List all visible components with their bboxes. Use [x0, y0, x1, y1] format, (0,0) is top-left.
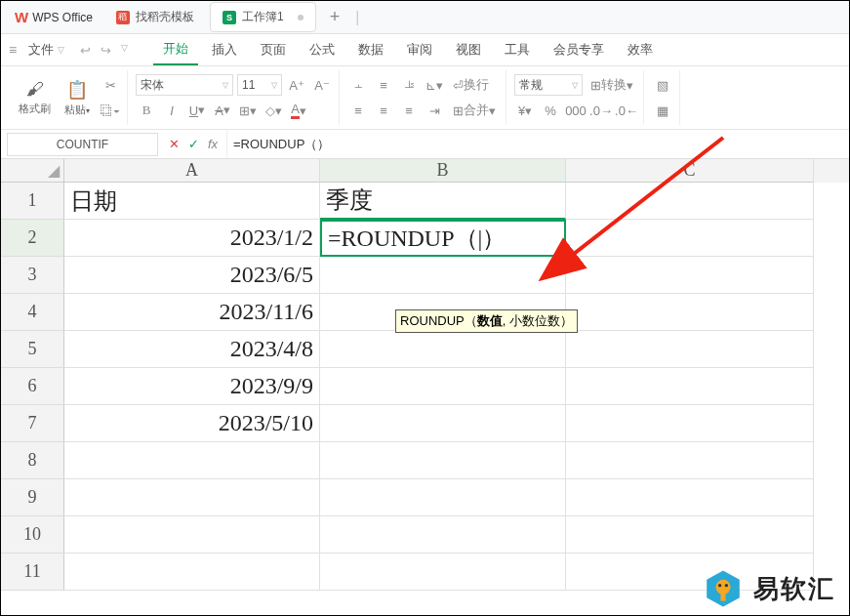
orientation-icon[interactable]: ⊾▾	[424, 74, 445, 96]
row-header-10[interactable]: 10	[1, 516, 64, 554]
cell-B5[interactable]	[320, 331, 566, 368]
format-brush-button[interactable]: 🖌 格式刷	[15, 77, 55, 118]
row-header-3[interactable]: 3	[1, 257, 64, 294]
row-header-8[interactable]: 8	[1, 442, 64, 479]
styles-icon-2[interactable]: ▦	[652, 100, 673, 121]
cancel-icon[interactable]: ✕	[164, 137, 183, 151]
cell-B11[interactable]	[320, 554, 566, 591]
align-center-icon[interactable]: ≡	[373, 100, 394, 121]
cell-C1[interactable]	[566, 183, 814, 220]
decrease-decimal-icon[interactable]: .0←	[616, 100, 637, 121]
underline-button[interactable]: U▾	[186, 100, 208, 121]
indent-icon[interactable]: ⇥	[424, 100, 445, 121]
row-header-11[interactable]: 11	[1, 554, 64, 591]
menu-tools[interactable]: 工具	[495, 35, 540, 64]
cell-C10[interactable]	[566, 516, 814, 554]
cut-icon[interactable]: ✂	[100, 74, 121, 96]
column-header-C[interactable]: C	[566, 159, 814, 183]
align-middle-icon[interactable]: ≡	[373, 74, 394, 96]
cell-C4[interactable]	[566, 294, 814, 331]
row-header-5[interactable]: 5	[1, 331, 64, 368]
cell-A6[interactable]: 2023/9/9	[64, 368, 320, 405]
column-header-B[interactable]: B	[320, 159, 566, 183]
menu-start[interactable]: 开始	[153, 34, 198, 65]
cell-B9[interactable]	[320, 479, 566, 516]
row-header-2[interactable]: 2	[1, 220, 64, 257]
cell-A4[interactable]: 2023/11/6	[64, 294, 320, 331]
border-button[interactable]: ⊞▾	[237, 100, 259, 121]
paste-button[interactable]: 📋 粘贴▾	[61, 77, 94, 119]
align-left-icon[interactable]: ≡	[347, 100, 369, 121]
quick-dropdown-icon[interactable]: ▽	[121, 43, 128, 58]
cell-B2-editing[interactable]: =ROUNDUP（|）	[320, 220, 566, 257]
tab-templates[interactable]: 稻 找稻壳模板	[104, 3, 206, 31]
decrease-font-icon[interactable]: A⁻	[311, 74, 333, 96]
row-header-7[interactable]: 7	[1, 405, 64, 442]
row-header-1[interactable]: 1	[1, 183, 64, 220]
menu-formula[interactable]: 公式	[300, 35, 344, 64]
styles-icon[interactable]: ▧	[652, 74, 673, 96]
cell-B6[interactable]	[320, 368, 566, 405]
cell-C3[interactable]	[566, 257, 814, 294]
comma-icon[interactable]: 000	[565, 100, 587, 121]
bold-button[interactable]: B	[136, 100, 157, 121]
cell-A7[interactable]: 2023/5/10	[64, 405, 320, 442]
cell-B1[interactable]: 季度	[320, 183, 566, 220]
cell-A11[interactable]	[64, 554, 320, 591]
menu-member[interactable]: 会员专享	[544, 35, 614, 64]
cell-C2[interactable]	[566, 220, 814, 257]
cell-A2[interactable]: 2023/1/2	[64, 220, 320, 257]
column-header-A[interactable]: A	[64, 159, 320, 183]
cell-A3[interactable]: 2023/6/5	[64, 257, 320, 294]
menu-view[interactable]: 视图	[446, 35, 491, 64]
redo-icon[interactable]: ↪	[101, 43, 111, 58]
cell-A8[interactable]	[64, 442, 320, 479]
cell-B8[interactable]	[320, 442, 566, 479]
cell-B7[interactable]	[320, 405, 566, 442]
confirm-icon[interactable]: ✓	[183, 137, 203, 151]
cell-C7[interactable]	[566, 405, 814, 442]
fx-icon[interactable]: fx	[203, 137, 223, 151]
number-format-select[interactable]: 常规▽	[514, 74, 583, 96]
row-header-6[interactable]: 6	[1, 368, 64, 405]
tab-workbook[interactable]: S 工作簿1	[210, 2, 316, 32]
cell-reference-box[interactable]: COUNTIF	[7, 133, 158, 156]
fill-color-button[interactable]: ◇▾	[263, 100, 284, 121]
menu-data[interactable]: 数据	[348, 35, 393, 64]
cell-B3[interactable]	[320, 257, 566, 294]
tab-add-button[interactable]: +	[318, 7, 352, 27]
row-header-9[interactable]: 9	[1, 479, 64, 516]
convert-button[interactable]: ⊞转换▾	[587, 74, 637, 96]
menu-file[interactable]: 文件▽	[20, 37, 72, 62]
menu-page[interactable]: 页面	[251, 35, 296, 64]
undo-icon[interactable]: ↩	[80, 43, 91, 58]
row-header-4[interactable]: 4	[1, 294, 64, 331]
font-color-button[interactable]: A▾	[288, 100, 309, 121]
currency-icon[interactable]: ¥▾	[514, 100, 536, 121]
font-size-select[interactable]: 11▽	[237, 74, 282, 96]
increase-font-icon[interactable]: A⁺	[286, 74, 307, 96]
copy-icon[interactable]: ⿻▾	[100, 100, 121, 121]
cell-A1[interactable]: 日期	[64, 183, 320, 220]
menu-insert[interactable]: 插入	[202, 35, 247, 64]
cell-C8[interactable]	[566, 442, 814, 479]
align-bottom-icon[interactable]: ⫡	[398, 74, 420, 96]
cell-C6[interactable]	[566, 368, 814, 405]
cell-C9[interactable]	[566, 479, 814, 516]
font-family-select[interactable]: 宋体▽	[136, 74, 233, 96]
formula-input[interactable]: =ROUNDUP（）	[226, 130, 849, 158]
menu-efficiency[interactable]: 效率	[618, 35, 663, 64]
menu-review[interactable]: 审阅	[397, 35, 442, 64]
align-right-icon[interactable]: ≡	[398, 100, 420, 121]
cell-C5[interactable]	[566, 331, 814, 368]
wrap-button[interactable]: ⏎换行	[449, 74, 493, 96]
percent-icon[interactable]: %	[540, 100, 561, 121]
cell-A5[interactable]: 2023/4/8	[64, 331, 320, 368]
merge-button[interactable]: ⊞合并▾	[449, 100, 500, 121]
strike-button[interactable]: A▾	[212, 100, 233, 121]
italic-button[interactable]: I	[161, 100, 182, 121]
align-top-icon[interactable]: ⫠	[347, 74, 369, 96]
cell-A10[interactable]	[64, 516, 320, 554]
hamburger-icon[interactable]: ≡	[9, 42, 17, 58]
cell-B10[interactable]	[320, 516, 566, 554]
